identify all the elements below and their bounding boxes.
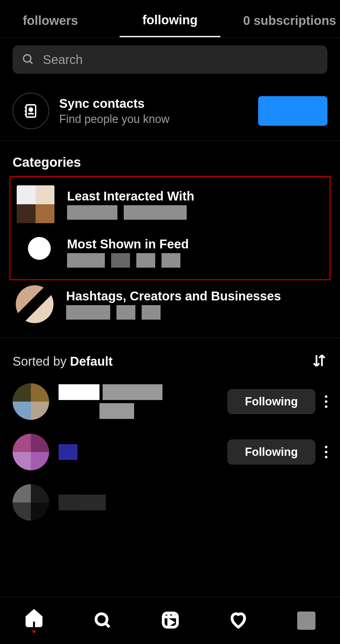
category-title: Least Interacted With (67, 189, 194, 203)
nav-search[interactable] (93, 611, 112, 631)
categories-heading: Categories (0, 141, 340, 176)
category-hashtags[interactable]: Hashtags, Creators and Businesses (0, 280, 340, 328)
category-thumb (17, 233, 54, 271)
category-subtitle (67, 253, 189, 268)
sort-label: Sorted by Default (13, 354, 113, 368)
sync-contacts-row[interactable]: Sync contacts Find people you know (0, 81, 340, 141)
avatar (13, 484, 49, 521)
more-icon[interactable] (325, 395, 327, 408)
search-wrap (0, 38, 340, 81)
category-thumb (16, 285, 54, 323)
sync-text: Sync contacts Find people you know (59, 96, 258, 126)
avatar (13, 383, 49, 420)
following-button[interactable]: Following (227, 389, 315, 414)
category-most-shown[interactable]: Most Shown in Feed (10, 228, 330, 276)
nav-profile[interactable] (297, 612, 315, 630)
svg-line-1 (30, 61, 32, 64)
nav-home[interactable] (25, 608, 43, 633)
tab-subscriptions[interactable]: 0 subscriptions (239, 14, 340, 37)
following-button[interactable]: Following (227, 439, 315, 465)
sort-value: Default (70, 354, 113, 368)
category-title: Most Shown in Feed (67, 237, 189, 251)
sync-button[interactable] (258, 96, 327, 126)
sync-subtitle: Find people you know (59, 113, 258, 126)
avatar (13, 434, 49, 470)
tabs-bar: followers following 0 subscriptions (0, 0, 340, 38)
category-least-interacted[interactable]: Least Interacted With (10, 180, 330, 228)
tab-followers[interactable]: followers (0, 14, 101, 37)
svg-point-0 (24, 55, 31, 62)
svg-line-8 (106, 624, 109, 627)
category-subtitle (66, 305, 281, 320)
notification-dot-icon (32, 630, 36, 633)
user-name (59, 495, 227, 510)
search-icon (21, 53, 34, 67)
following-row[interactable]: Following (0, 376, 340, 427)
user-name (59, 444, 227, 460)
user-name (59, 384, 227, 419)
sort-prefix: Sorted by (13, 354, 70, 368)
svg-point-7 (96, 614, 107, 625)
sort-icon[interactable] (311, 352, 327, 370)
contacts-icon (13, 93, 49, 129)
following-row[interactable]: Following (0, 427, 340, 477)
category-subtitle (67, 205, 194, 220)
sort-row[interactable]: Sorted by Default (0, 338, 340, 376)
category-thumb (17, 185, 54, 223)
sync-title: Sync contacts (59, 96, 258, 111)
highlight-box: Least Interacted With Most Shown in Feed (9, 176, 331, 280)
nav-activity[interactable] (229, 611, 248, 631)
search-bar[interactable] (13, 45, 327, 74)
category-title: Hashtags, Creators and Businesses (66, 289, 281, 303)
following-row[interactable] (0, 477, 340, 528)
nav-reels[interactable] (161, 611, 180, 631)
bottom-nav (0, 597, 340, 644)
search-input[interactable] (43, 53, 319, 67)
profile-thumb (297, 612, 315, 630)
more-icon[interactable] (325, 446, 327, 458)
svg-point-3 (29, 108, 32, 111)
tab-following[interactable]: following (120, 13, 220, 37)
